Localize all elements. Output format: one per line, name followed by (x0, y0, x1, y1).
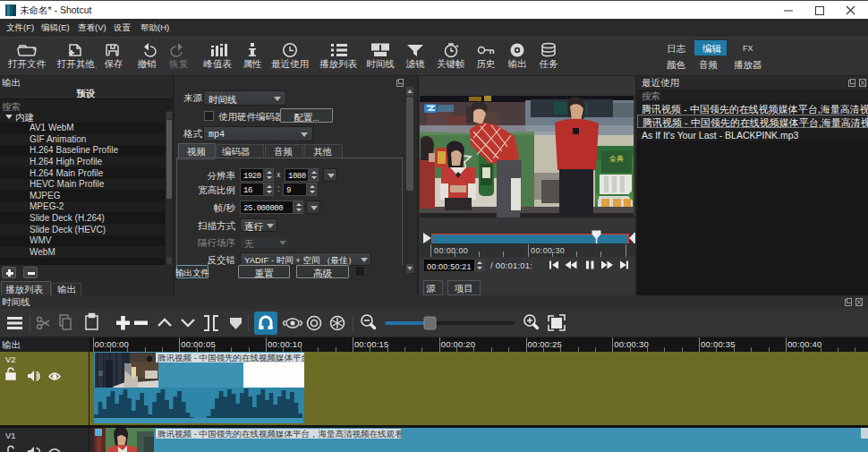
svg-text:金典: 金典 (608, 155, 624, 163)
